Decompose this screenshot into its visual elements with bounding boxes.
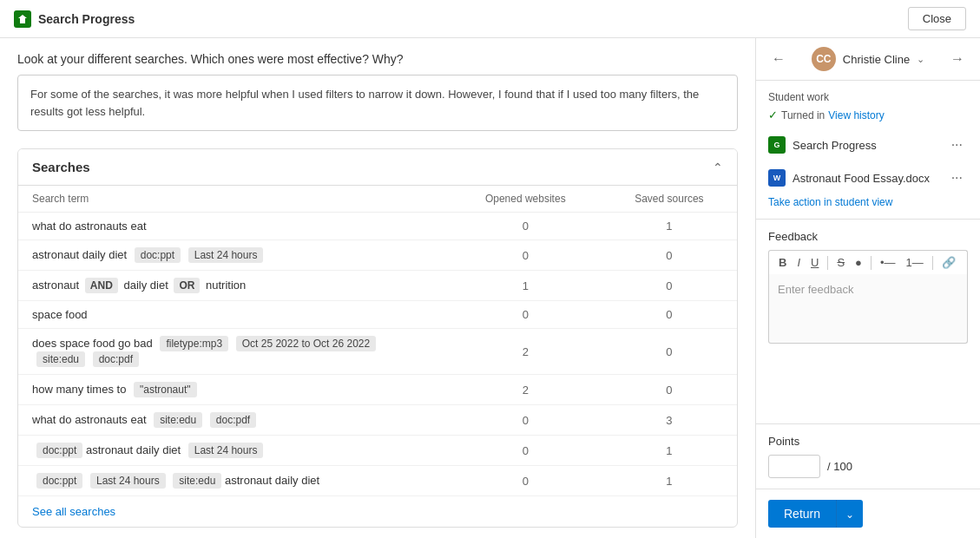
saved-cell: 1	[602, 466, 737, 496]
question-text: Look at your different searches. Which o…	[17, 52, 738, 66]
student-name: Christie Cline	[843, 53, 910, 66]
strikethrough-button[interactable]: S	[832, 254, 849, 271]
table-row: how many times to "astronaut" 2 0	[18, 375, 737, 405]
saved-cell: 1	[602, 213, 737, 240]
searches-header: Searches ⌃	[18, 149, 737, 186]
return-btn-group: Return ⌄	[768, 500, 968, 528]
filter-tag: "astronaut"	[134, 382, 197, 397]
col-search-term: Search term	[18, 186, 450, 213]
feedback-input[interactable]: Enter feedback	[768, 274, 968, 344]
saved-cell: 3	[602, 405, 737, 436]
search-progress-name: Search Progress	[793, 139, 877, 152]
filter-tag: site:edu	[173, 473, 221, 489]
table-row: doc:ppt Last 24 hours site:edu astronaut…	[18, 466, 737, 496]
filter-tag: Last 24 hours	[90, 473, 166, 489]
see-all-searches-link[interactable]: See all searches	[32, 505, 115, 518]
word-doc-name: Astronaut Food Essay.docx	[793, 172, 930, 185]
opened-cell: 1	[450, 271, 602, 301]
points-max-label: / 100	[827, 460, 852, 473]
doc-item-left: G Search Progress	[768, 136, 877, 154]
doc-item-search-progress: G Search Progress ···	[768, 130, 968, 160]
filter-tag: Last 24 hours	[188, 247, 264, 263]
search-term-cell: doc:ppt astronaut daily diet Last 24 hou…	[18, 436, 450, 466]
question-section: Look at your different searches. Which o…	[17, 52, 738, 131]
student-work-label: Student work	[768, 91, 968, 103]
app-logo	[14, 10, 31, 28]
bullets-button[interactable]: •—	[876, 254, 900, 271]
return-section: Return ⌄	[756, 489, 980, 538]
points-label: Points	[768, 435, 968, 448]
return-button[interactable]: Return	[768, 500, 836, 528]
filter-tag: Last 24 hours	[188, 443, 264, 458]
col-opened: Opened websites	[450, 186, 602, 213]
operator-tag: OR	[174, 278, 200, 293]
app-title: Search Progress	[38, 12, 135, 26]
close-button[interactable]: Close	[908, 7, 966, 30]
search-term-cell: doc:ppt Last 24 hours site:edu astronaut…	[18, 466, 450, 496]
underline-button[interactable]: U	[806, 254, 823, 271]
table-row: astronaut daily diet doc:ppt Last 24 hou…	[18, 240, 737, 271]
avatar: CC	[812, 47, 836, 71]
filter-tag: doc:pdf	[93, 351, 139, 367]
student-work-section: Student work ✓ Turned in View history G …	[756, 81, 980, 220]
col-saved: Saved sources	[602, 186, 737, 213]
toolbar-separator	[932, 256, 933, 270]
saved-cell: 0	[602, 301, 737, 329]
saved-cell: 1	[602, 436, 737, 466]
numbered-button[interactable]: 1—	[902, 254, 928, 271]
table-row: astronaut AND daily diet OR nutrition 1 …	[18, 271, 737, 301]
left-content: Look at your different searches. Which o…	[0, 38, 756, 538]
filter-tag: doc:ppt	[36, 473, 82, 489]
link-button[interactable]: 🔗	[937, 254, 960, 271]
feedback-section: Feedback B I U S ● •— 1— 🔗 Enter feedbac…	[756, 220, 980, 424]
turned-in-text: Turned in	[781, 109, 825, 121]
search-progress-more-button[interactable]: ···	[946, 135, 968, 154]
points-section: Points / 100	[756, 424, 980, 489]
doc-item-word: W Astronaut Food Essay.docx ···	[768, 163, 968, 193]
search-term-cell: space food	[18, 301, 450, 329]
see-all-row: See all searches	[18, 496, 737, 528]
toolbar-separator	[827, 256, 828, 270]
return-dropdown-button[interactable]: ⌄	[836, 500, 863, 528]
italic-button[interactable]: I	[793, 254, 805, 271]
chevron-down-icon: ⌄	[845, 508, 854, 521]
opened-cell: 0	[450, 240, 602, 271]
take-action-link[interactable]: Take action in student view	[768, 196, 968, 208]
search-term-cell: what do astronauts eat	[18, 213, 450, 240]
search-term-cell: does space food go bad filetype:mp3 Oct …	[18, 329, 450, 375]
toolbar-separator	[871, 256, 871, 270]
opened-cell: 0	[450, 436, 602, 466]
table-row: doc:ppt astronaut daily diet Last 24 hou…	[18, 436, 737, 466]
topbar-left: Search Progress	[14, 10, 135, 28]
next-student-button[interactable]: →	[945, 48, 970, 70]
student-nav: ← CC Christie Cline ⌄ →	[756, 38, 980, 81]
saved-cell: 0	[602, 375, 737, 405]
student-selector[interactable]: CC Christie Cline ⌄	[791, 47, 945, 71]
highlight-button[interactable]: ●	[851, 254, 866, 271]
saved-cell: 0	[602, 329, 737, 375]
collapse-icon[interactable]: ⌃	[713, 161, 723, 174]
filter-tag: filetype:mp3	[160, 336, 228, 351]
filter-tag: doc:ppt	[135, 247, 181, 263]
points-input[interactable]	[768, 455, 820, 478]
feedback-label: Feedback	[768, 230, 968, 243]
table-row: what do astronauts eat 0 1	[18, 213, 737, 240]
see-all-cell: See all searches	[18, 496, 737, 528]
filter-tag: doc:pdf	[210, 412, 256, 428]
searches-table: Search term Opened websites Saved source…	[18, 186, 737, 527]
filter-tag: site:edu	[36, 351, 85, 367]
points-row: / 100	[768, 455, 968, 478]
table-row: what do astronauts eat site:edu doc:pdf …	[18, 405, 737, 436]
right-panel: ← CC Christie Cline ⌄ → Student work ✓ T…	[756, 38, 980, 538]
table-row: space food 0 0	[18, 301, 737, 329]
search-progress-icon: G	[768, 136, 786, 154]
opened-cell: 0	[450, 301, 602, 329]
prev-student-button[interactable]: ←	[766, 48, 791, 70]
bold-button[interactable]: B	[774, 254, 791, 271]
searches-section: Searches ⌃ Search term Opened websites S…	[17, 148, 738, 528]
view-history-link[interactable]: View history	[828, 109, 884, 121]
check-icon: ✓	[768, 108, 778, 121]
search-term-cell: astronaut AND daily diet OR nutrition	[18, 271, 450, 301]
opened-cell: 0	[450, 213, 602, 240]
word-doc-more-button[interactable]: ···	[946, 168, 968, 187]
